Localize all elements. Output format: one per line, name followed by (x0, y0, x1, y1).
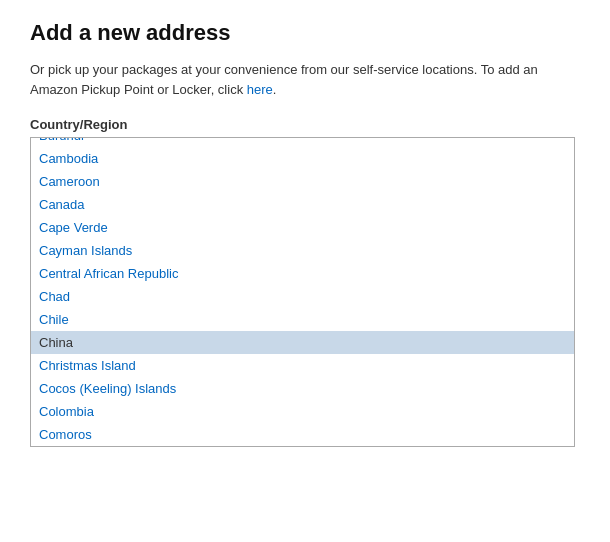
list-item[interactable]: Cameroon (31, 170, 574, 193)
list-item[interactable]: Christmas Island (31, 354, 574, 377)
list-item[interactable]: Comoros (31, 423, 574, 446)
here-link[interactable]: here (247, 82, 273, 97)
list-item[interactable]: Cambodia (31, 147, 574, 170)
list-item[interactable]: Chad (31, 285, 574, 308)
country-list[interactable]: Brunei DarussalamBulgariaBurkina FasoBur… (31, 138, 574, 446)
list-item[interactable]: Canada (31, 193, 574, 216)
page-title: Add a new address (30, 20, 580, 46)
list-item[interactable]: Cayman Islands (31, 239, 574, 262)
list-item[interactable]: Colombia (31, 400, 574, 423)
list-item[interactable]: Cape Verde (31, 216, 574, 239)
list-item[interactable]: Chile (31, 308, 574, 331)
description-text: Or pick up your packages at your conveni… (30, 60, 580, 99)
description-before-link: Or pick up your packages at your conveni… (30, 62, 538, 97)
description-after-link: . (273, 82, 277, 97)
list-item[interactable]: Central African Republic (31, 262, 574, 285)
country-dropdown[interactable]: Brunei DarussalamBulgariaBurkina FasoBur… (30, 137, 575, 447)
list-item[interactable]: Cocos (Keeling) Islands (31, 377, 574, 400)
list-item[interactable]: China (31, 331, 574, 354)
list-item[interactable]: Burundi (31, 138, 574, 147)
country-region-label: Country/Region (30, 117, 580, 132)
